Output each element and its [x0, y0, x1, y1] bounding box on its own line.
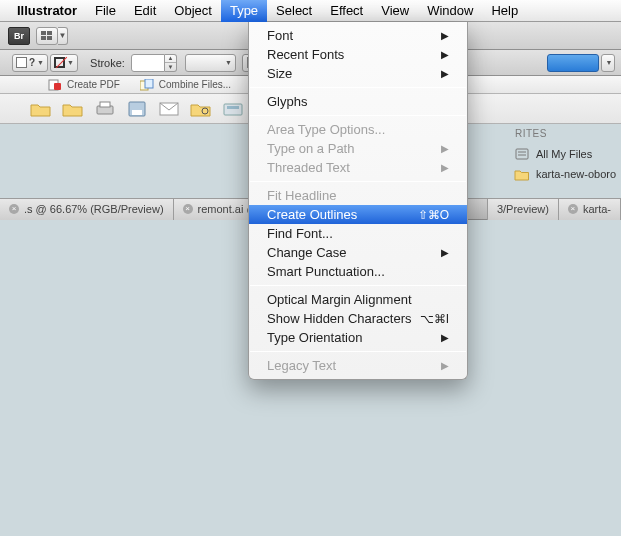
brush-definition-dropdown[interactable]: ▼ [185, 54, 236, 72]
submenu-arrow-icon: ▶ [441, 143, 449, 154]
help-icon: ? [29, 57, 35, 68]
favorites-all-my-files[interactable]: All My Files [511, 144, 621, 164]
menu-type-on-path: Type on a Path▶ [249, 139, 467, 158]
menu-glyphs[interactable]: Glyphs [249, 92, 467, 111]
submenu-arrow-icon: ▶ [441, 247, 449, 258]
document-tab-0[interactable]: × .s @ 66.67% (RGB/Preview) [0, 199, 174, 220]
tab-label: 3/Preview) [497, 203, 549, 215]
document-preset-arrow[interactable]: ▼ [601, 54, 615, 72]
menu-change-case[interactable]: Change Case▶ [249, 243, 467, 262]
folder-icon-1[interactable] [30, 99, 52, 119]
combine-files-label: Combine Files... [159, 79, 231, 90]
menu-fit-headline: Fit Headline [249, 186, 467, 205]
mail-icon[interactable] [158, 99, 180, 119]
menu-window[interactable]: Window [418, 0, 482, 22]
svg-rect-11 [132, 110, 142, 115]
close-icon[interactable]: × [183, 204, 193, 214]
combine-files-item[interactable]: Combine Files... [140, 79, 231, 91]
pdf-icon [48, 79, 62, 91]
svg-rect-2 [41, 36, 46, 40]
combine-icon [140, 79, 154, 91]
close-icon[interactable]: × [568, 204, 578, 214]
folder-icon-2[interactable] [62, 99, 84, 119]
tab-label: karta- [583, 203, 611, 215]
menu-help[interactable]: Help [482, 0, 527, 22]
stroke-color-button[interactable]: ▼ [50, 54, 78, 72]
svg-rect-16 [516, 149, 528, 159]
menu-type-orientation[interactable]: Type Orientation▶ [249, 328, 467, 347]
app-name: Illustrator [8, 3, 86, 18]
menu-separator [250, 285, 466, 286]
menu-recent-fonts[interactable]: Recent Fonts▶ [249, 45, 467, 64]
svg-rect-15 [227, 106, 239, 109]
submenu-arrow-icon: ▶ [441, 162, 449, 173]
menu-type[interactable]: Type [221, 0, 267, 22]
menu-find-font[interactable]: Find Font... [249, 224, 467, 243]
print-icon[interactable] [94, 99, 116, 119]
menu-object[interactable]: Object [165, 0, 221, 22]
arrange-documents-button[interactable] [36, 27, 58, 45]
svg-rect-7 [145, 79, 153, 88]
svg-rect-14 [224, 104, 242, 115]
favorites-header: RITES [511, 128, 621, 144]
svg-rect-3 [47, 36, 52, 40]
disk-save-icon[interactable] [126, 99, 148, 119]
favorites-item-label: All My Files [536, 148, 592, 160]
menu-show-hidden-characters[interactable]: Show Hidden Characters⌥⌘I [249, 309, 467, 328]
menu-separator [250, 115, 466, 116]
stroke-weight-stepper[interactable]: ▲▼ [165, 54, 177, 72]
folder-icon [513, 166, 531, 182]
fill-color-button[interactable]: ?▼ [12, 54, 48, 72]
menu-separator [250, 181, 466, 182]
close-icon[interactable]: × [9, 204, 19, 214]
svg-rect-9 [100, 102, 110, 107]
finder-favorites: RITES All My Files karta-new-oboro [511, 128, 621, 184]
favorites-karta-folder[interactable]: karta-new-oboro [511, 164, 621, 184]
macos-menubar: Illustrator File Edit Object Type Select… [0, 0, 621, 22]
menu-separator [250, 87, 466, 88]
menu-area-type-options: Area Type Options... [249, 120, 467, 139]
submenu-arrow-icon: ▶ [441, 30, 449, 41]
document-preset-dropdown[interactable] [547, 54, 599, 72]
menu-threaded-text: Threaded Text▶ [249, 158, 467, 177]
document-tab-3[interactable]: × karta- [559, 199, 621, 220]
document-tab-2[interactable]: 3/Preview) [487, 199, 559, 220]
menu-size[interactable]: Size▶ [249, 64, 467, 83]
menu-edit[interactable]: Edit [125, 0, 165, 22]
shortcut-label: ⌥⌘I [420, 312, 449, 326]
bridge-button[interactable]: Br [8, 27, 30, 45]
menu-legacy-text: Legacy Text▶ [249, 356, 467, 375]
submenu-arrow-icon: ▶ [441, 68, 449, 79]
menu-optical-margin[interactable]: Optical Margin Alignment [249, 290, 467, 309]
menu-view[interactable]: View [372, 0, 418, 22]
submenu-arrow-icon: ▶ [441, 360, 449, 371]
svg-rect-5 [54, 83, 61, 90]
menu-select[interactable]: Select [267, 0, 321, 22]
create-pdf-item[interactable]: Create PDF [48, 79, 120, 91]
favorites-item-label: karta-new-oboro [536, 168, 616, 180]
menu-file[interactable]: File [86, 0, 125, 22]
stroke-weight-input[interactable] [131, 54, 165, 72]
scan-icon[interactable] [222, 99, 244, 119]
tab-label: .s @ 66.67% (RGB/Preview) [24, 203, 164, 215]
menu-font[interactable]: Font▶ [249, 26, 467, 45]
svg-rect-0 [41, 31, 46, 35]
menu-separator [250, 351, 466, 352]
menu-effect[interactable]: Effect [321, 0, 372, 22]
folder-search-icon[interactable] [190, 99, 212, 119]
arrange-documents-dropdown[interactable]: ▼ [58, 27, 68, 45]
submenu-arrow-icon: ▶ [441, 332, 449, 343]
create-pdf-label: Create PDF [67, 79, 120, 90]
shortcut-label: ⇧⌘O [418, 208, 449, 222]
type-menu-dropdown: Font▶ Recent Fonts▶ Size▶ Glyphs Area Ty… [248, 22, 468, 380]
menu-create-outlines[interactable]: Create Outlines⇧⌘O [249, 205, 467, 224]
stroke-label: Stroke: [90, 57, 125, 69]
all-files-icon [513, 146, 531, 162]
submenu-arrow-icon: ▶ [441, 49, 449, 60]
menu-smart-punctuation[interactable]: Smart Punctuation... [249, 262, 467, 281]
svg-rect-1 [47, 31, 52, 35]
